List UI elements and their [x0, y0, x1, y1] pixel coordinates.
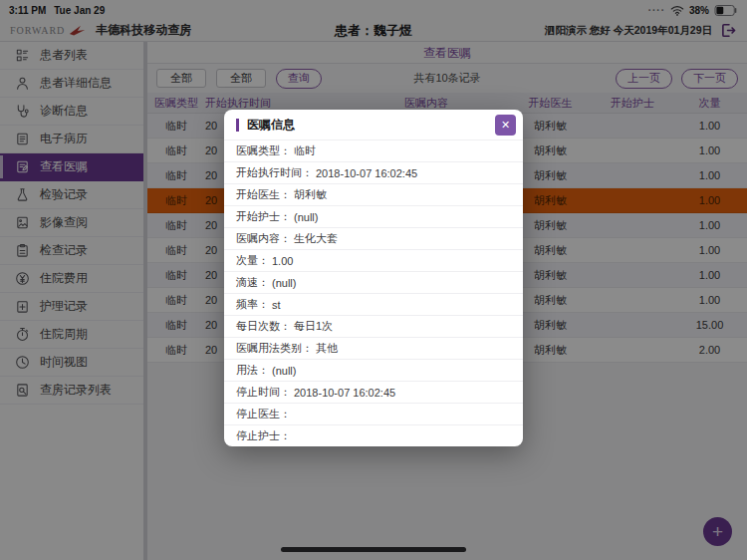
field-label: 开始护士 — [236, 209, 291, 224]
dialog-title: 医嘱信息 — [247, 117, 495, 134]
field-value: 生化大套 — [294, 231, 338, 246]
dialog-field-row: 开始执行时间 2018-10-07 16:02:45 — [224, 161, 523, 183]
field-label: 次量 — [236, 253, 269, 268]
field-value: st — [272, 299, 281, 311]
dialog-header: 医嘱信息 ✕ — [224, 110, 523, 140]
dialog-field-row: 医嘱类型 临时 — [224, 140, 523, 161]
close-icon[interactable]: ✕ — [495, 115, 516, 136]
home-indicator[interactable] — [281, 547, 466, 552]
field-value: 其他 — [316, 341, 338, 356]
field-value: 临时 — [294, 143, 316, 158]
field-label: 用法 — [236, 363, 269, 378]
dialog-field-row: 次量 1.00 — [224, 249, 523, 271]
field-label: 医嘱用法类别 — [236, 341, 313, 356]
dialog-field-row: 每日次数 每日1次 — [224, 315, 523, 337]
dialog-fields: 医嘱类型 临时 开始执行时间 2018-10-07 16:02:45 开始医生 … — [224, 140, 523, 446]
app-screen: 3:11 PM Tue Jan 29 ···· 38% FORWARD 丰德科技… — [0, 0, 747, 560]
dialog-field-row: 开始医生 胡利敏 — [224, 183, 523, 205]
field-value: (null) — [272, 277, 296, 289]
title-accent-bar — [236, 119, 239, 132]
field-value: 1.00 — [272, 255, 293, 267]
dialog-field-row: 医嘱用法类别 其他 — [224, 337, 523, 359]
field-label: 停止护士 — [236, 428, 291, 443]
dialog-field-row: 滴速 (null) — [224, 271, 523, 293]
dialog-field-row: 停止护士 — [224, 424, 523, 446]
field-label: 每日次数 — [236, 319, 291, 334]
field-label: 停止医生 — [236, 407, 291, 421]
field-value: 2018-10-07 16:02:45 — [294, 387, 395, 399]
dialog-field-row: 停止时间 2018-10-07 16:02:45 — [224, 381, 523, 403]
dialog-field-row: 开始护士 (null) — [224, 205, 523, 227]
field-label: 医嘱类型 — [236, 143, 291, 158]
dialog-field-row: 频率 st — [224, 293, 523, 315]
field-value: (null) — [294, 211, 318, 223]
field-value: 胡利敏 — [294, 187, 327, 202]
field-label: 频率 — [236, 297, 269, 312]
dialog-field-row: 医嘱内容 生化大套 — [224, 227, 523, 249]
field-label: 开始执行时间 — [236, 165, 313, 180]
field-value: 2018-10-07 16:02:45 — [316, 167, 417, 179]
field-label: 医嘱内容 — [236, 231, 291, 246]
field-value: 每日1次 — [294, 319, 333, 334]
order-info-dialog: 医嘱信息 ✕ 医嘱类型 临时 开始执行时间 2018-10-07 16:02:4… — [224, 110, 523, 446]
dialog-field-row: 停止医生 — [224, 403, 523, 424]
field-value: (null) — [272, 365, 296, 377]
dialog-field-row: 用法 (null) — [224, 359, 523, 381]
field-label: 停止时间 — [236, 385, 291, 400]
field-label: 滴速 — [236, 275, 269, 290]
field-label: 开始医生 — [236, 187, 291, 202]
